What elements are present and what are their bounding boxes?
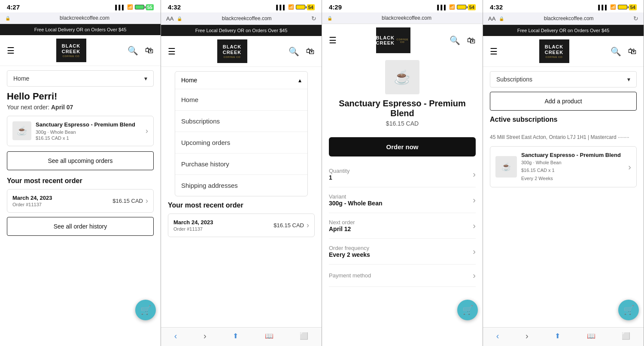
sub-name-4: Sanctuary Espresso - Premium Blend	[521, 152, 624, 158]
logo-sub-2: COFFEE CO	[224, 56, 241, 58]
next-order-label-3: Next order	[329, 219, 355, 226]
time-1: 4:27	[7, 3, 20, 11]
aa-icon-4[interactable]: AA	[488, 15, 495, 22]
url-bar-1[interactable]: 🔒 blackcreekcoffee.com	[0, 12, 161, 24]
add-product-btn-4[interactable]: Add a product	[490, 92, 637, 111]
subscription-card-4[interactable]: ☕ Sanctuary Espresso - Premium Blend 300…	[490, 146, 637, 188]
payment-chevron-3: ›	[473, 271, 476, 280]
status-bar-4: 4:32 ▌▌▌ 📶 54	[483, 0, 644, 12]
payment-row-3[interactable]: Payment method ›	[329, 265, 476, 287]
order-card-1[interactable]: ☕ Sanctuary Espresso - Premium Blend 300…	[7, 116, 154, 146]
battery-pct-2: 54	[307, 4, 315, 10]
bag-icon-3[interactable]: 🛍	[467, 36, 476, 45]
battery-pct-3: 54	[468, 4, 476, 10]
nav-book-4[interactable]: 📖	[587, 332, 595, 340]
nav-tab-2[interactable]: ⬜	[300, 332, 308, 340]
bag-icon-1[interactable]: 🛍	[145, 45, 154, 55]
recent-title-1: Your most recent order	[7, 177, 154, 185]
lock-icon-3: 🔒	[327, 16, 332, 21]
wifi-icon-4: 📶	[610, 4, 616, 10]
nav-share-4[interactable]: ⬆	[555, 332, 560, 340]
search-icon-3[interactable]: 🔍	[450, 35, 460, 45]
menu-item-history-2[interactable]: Purchase history	[175, 153, 307, 175]
header-icons-1: 🔍 🛍	[128, 45, 154, 56]
dropdown-label-4: Subscriptions	[496, 76, 532, 83]
menu-item-upcoming-2[interactable]: Upcoming orders	[175, 132, 307, 153]
logo-text-3: BLACKCREEK	[376, 35, 395, 45]
quantity-row-3[interactable]: Quantity 1 ›	[329, 162, 476, 187]
search-icon-4[interactable]: 🔍	[611, 46, 621, 57]
logo-4: BLACKCREEK COFFEE CO	[539, 39, 569, 63]
signal-icon-2: ▌▌▌	[276, 5, 286, 10]
nav-forward-4[interactable]: ›	[526, 331, 529, 341]
battery-4	[618, 5, 627, 9]
time-3: 4:29	[329, 3, 342, 11]
phone-3-screen: 4:29 ▌▌▌ 📶 54 🔒 blackcreekcoffee.com ☰ B…	[322, 0, 483, 346]
url-bar-2[interactable]: AA 🔒 blackcreekcoffee.com ↻	[161, 12, 322, 25]
next-order-row-3[interactable]: Next order April 12 ›	[329, 213, 476, 239]
cart-fab-icon-4: 🛒	[623, 305, 634, 315]
dropdown-1[interactable]: Home ▾	[7, 70, 154, 87]
history-order-2: Order #11137	[173, 226, 213, 232]
product-title-3: Sanctuary Espresso - Premium Blend	[329, 99, 476, 118]
dropdown-4[interactable]: Subscriptions ▾	[490, 71, 637, 87]
battery-3	[457, 5, 466, 9]
variant-value-3: 300g - Whole Bean	[329, 200, 382, 207]
hamburger-icon-2[interactable]: ☰	[168, 46, 176, 57]
header-icons-3: 🔍 🛍	[450, 35, 476, 45]
logo-sub-1: COFFEE CO	[63, 55, 80, 57]
product-hero-image-3: ☕	[385, 60, 419, 94]
aa-icon-2[interactable]: AA	[166, 15, 173, 22]
nav-share-2[interactable]: ⬆	[233, 332, 238, 340]
header-2: ☰ BLACKCREEK COFFEE CO 🔍 🛍	[161, 36, 322, 67]
quantity-chevron-3: ›	[473, 169, 476, 179]
battery-2	[296, 5, 305, 9]
banner-1: Free Local Delivery OR on Orders Over $4…	[0, 24, 161, 35]
url-bar-4[interactable]: AA 🔒 blackcreekcoffee.com ↻	[483, 12, 644, 25]
product-price-1: $16.15 CAD x 1	[36, 135, 141, 141]
logo-sub-3: COFFEE CO	[395, 38, 410, 43]
nav-tab-4[interactable]: ⬜	[622, 332, 630, 340]
bag-icon-2[interactable]: 🛍	[306, 46, 315, 56]
reload-icon-2[interactable]: ↻	[311, 15, 316, 22]
dropdown-header-2[interactable]: Home ▴	[175, 72, 307, 89]
variant-row-3[interactable]: Variant 300g - Whole Bean ›	[329, 187, 476, 213]
next-order-chevron-3: ›	[473, 221, 476, 231]
order-history-btn-1[interactable]: See all order history	[7, 217, 154, 236]
hamburger-icon-3[interactable]: ☰	[329, 35, 337, 45]
cart-fab-4[interactable]: 🛒	[618, 300, 639, 320]
frequency-row-3[interactable]: Order frequency Every 2 weeks ›	[329, 239, 476, 265]
cart-fab-1[interactable]: 🛒	[135, 300, 156, 320]
banner-4: Free Local Delivery OR on Orders Over $4…	[483, 25, 644, 36]
greeting-1: Hello Perri!	[7, 91, 154, 102]
nav-book-2[interactable]: 📖	[265, 332, 273, 340]
bag-icon-4[interactable]: 🛍	[628, 46, 637, 56]
menu-item-shipping-2[interactable]: Shipping addresses	[175, 175, 307, 196]
hamburger-icon-4[interactable]: ☰	[490, 46, 498, 57]
url-bar-3[interactable]: 🔒 blackcreekcoffee.com	[322, 12, 483, 24]
battery-pct-1: 55	[146, 4, 154, 10]
history-item-2[interactable]: March 24, 2023 Order #11137 $16.15 CAD ›	[168, 214, 315, 237]
nav-forward-2[interactable]: ›	[204, 331, 207, 341]
reload-icon-4[interactable]: ↻	[633, 15, 638, 22]
cart-fab-3[interactable]: 🛒	[457, 300, 478, 320]
dropdown-selected-2: Home	[181, 77, 197, 84]
upcoming-orders-btn-1[interactable]: See all upcoming orders	[7, 151, 154, 170]
status-bar-3: 4:29 ▌▌▌ 📶 54	[322, 0, 483, 12]
history-price-2: $16.15 CAD	[273, 222, 304, 229]
hamburger-icon-1[interactable]: ☰	[7, 45, 15, 56]
header-1: ☰ BLACKCREEK COFFEE CO 🔍 🛍	[0, 35, 161, 66]
order-now-btn-3[interactable]: Order now	[329, 137, 476, 156]
payment-label-3: Payment method	[329, 272, 371, 279]
menu-item-home-2[interactable]: Home	[175, 89, 307, 111]
nav-back-2[interactable]: ‹	[174, 331, 177, 341]
search-icon-1[interactable]: 🔍	[128, 45, 138, 56]
status-bar-1: 4:27 ▌▌▌ 📶 55	[0, 0, 161, 12]
header-icons-4: 🔍 🛍	[611, 46, 637, 57]
recent-title-2: Your most recent order	[168, 202, 315, 209]
history-item-1[interactable]: March 24, 2023 Order #11137 $16.15 CAD ›	[7, 189, 154, 213]
chevron-right-icon-1: ›	[146, 126, 148, 135]
nav-back-4[interactable]: ‹	[496, 331, 499, 341]
menu-item-subscriptions-2[interactable]: Subscriptions	[175, 111, 307, 132]
search-icon-2[interactable]: 🔍	[289, 46, 299, 57]
